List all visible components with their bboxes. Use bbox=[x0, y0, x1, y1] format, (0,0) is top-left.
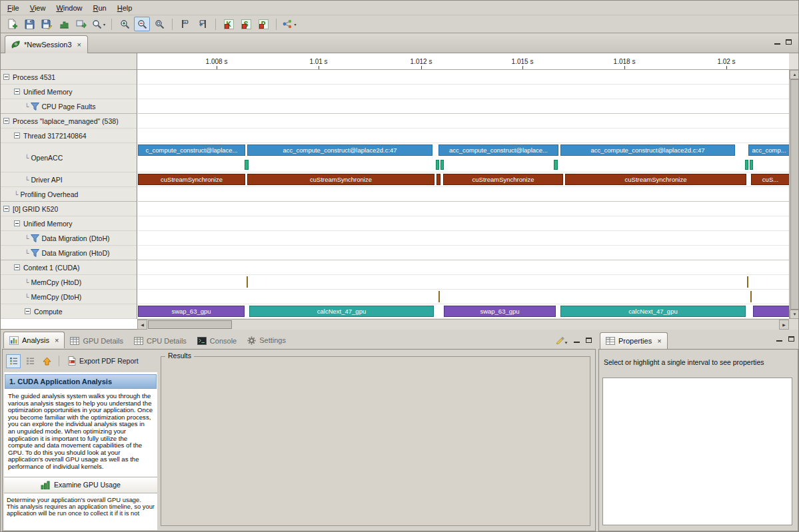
openacc-wait-marker[interactable] bbox=[440, 160, 444, 170]
navigate-up-button[interactable] bbox=[39, 354, 54, 368]
kernel-timeline-mode-button[interactable]: K bbox=[221, 17, 237, 31]
interval-unlabeled[interactable] bbox=[753, 306, 789, 317]
tree-row-context-1-cuda[interactable]: Context 1 (CUDA) bbox=[1, 260, 137, 275]
minimize-button[interactable] bbox=[776, 336, 782, 342]
menu-item-view[interactable]: View bbox=[25, 2, 51, 14]
maximize-button[interactable] bbox=[788, 336, 794, 342]
interval-swap-63-gpu[interactable]: swap_63_gpu bbox=[138, 306, 245, 317]
view-menu-icon[interactable] bbox=[556, 336, 568, 344]
memcpy-interval-tick[interactable] bbox=[747, 276, 748, 288]
tree-row-openacc[interactable]: OpenACC bbox=[1, 143, 137, 172]
vertical-scrollbar[interactable]: ▲ ▼ bbox=[789, 70, 799, 319]
examine-gpu-usage-button[interactable]: Examine GPU Usage bbox=[4, 477, 157, 493]
tree-row-process-4531[interactable]: Process 4531 bbox=[1, 70, 137, 85]
show-summary-chart-button[interactable] bbox=[56, 17, 72, 31]
interval-custreamsynchronize[interactable]: cuStreamSynchronize bbox=[565, 174, 746, 185]
openacc-wait-marker[interactable] bbox=[745, 160, 748, 170]
tree-row-memcpy-dtoh[interactable]: MemCpy (DtoH) bbox=[1, 290, 137, 304]
timeline-ruler[interactable]: 1.008 s1.01 s1.012 s1.015 s1.018 s1.02 s bbox=[137, 53, 789, 70]
horizontal-scroll-thumb[interactable] bbox=[148, 320, 232, 329]
save-session-as-button[interactable] bbox=[39, 17, 55, 31]
openacc-wait-marker[interactable] bbox=[554, 160, 558, 170]
memcpy-interval-tick[interactable] bbox=[750, 291, 752, 302]
save-session-button[interactable] bbox=[21, 17, 37, 31]
tree-row-thread-3172140864[interactable]: Thread 3172140864 bbox=[1, 129, 137, 143]
tree-row-data-migration-htod[interactable]: Data Migration (HtoD) bbox=[1, 246, 137, 260]
new-session-button[interactable] bbox=[4, 17, 20, 31]
openacc-wait-marker[interactable] bbox=[750, 160, 753, 170]
tab-analysis[interactable]: Analysis× bbox=[3, 332, 65, 348]
interval-acc-compute-construct-laplace[interactable]: acc_compute_construct@laplace... bbox=[438, 144, 558, 156]
interval-calcnext-47-gpu[interactable]: calcNext_47_gpu bbox=[249, 306, 434, 317]
export-data-button[interactable] bbox=[73, 17, 89, 31]
unguided-view-button[interactable] bbox=[23, 354, 37, 368]
search-button[interactable]: ▾ bbox=[91, 17, 107, 31]
interval-acc-compute-construct-laplace2d-c-47[interactable]: acc_compute_construct@laplace2d.c:47 bbox=[560, 144, 735, 156]
tree-row-compute[interactable]: Compute bbox=[1, 304, 137, 319]
vertical-scroll-thumb[interactable] bbox=[790, 79, 799, 310]
session-tab[interactable]: *NewSession3 × bbox=[5, 35, 88, 53]
scroll-right-button[interactable]: ▶ bbox=[779, 320, 789, 330]
tree-row-process-laplace-managed-538[interactable]: Process "laplace_managed" (538) bbox=[1, 114, 137, 129]
collapse-toggle-icon[interactable] bbox=[3, 206, 9, 212]
zoom-out-button[interactable] bbox=[134, 17, 150, 31]
collapse-toggle-icon[interactable] bbox=[14, 133, 20, 138]
interval-calcnext-47-gpu[interactable]: calcNext_47_gpu bbox=[560, 306, 746, 317]
process-timeline-mode-button[interactable]: P bbox=[255, 17, 271, 31]
menu-item-window[interactable]: Window bbox=[51, 2, 87, 14]
interval-acc-comp[interactable]: acc_comp... bbox=[748, 144, 789, 156]
menu-item-file[interactable]: File bbox=[2, 2, 25, 14]
tab-gpu-details[interactable]: GPU Details bbox=[65, 332, 129, 349]
interval-custreamsynchronize[interactable]: cuStreamSynchronize bbox=[247, 174, 434, 185]
interval-c-compute-construct-laplace[interactable]: c_compute_construct@laplace... bbox=[138, 144, 245, 156]
minimize-button[interactable] bbox=[574, 338, 580, 343]
maximize-button[interactable] bbox=[786, 39, 792, 45]
scroll-left-button[interactable]: ◀ bbox=[137, 320, 147, 330]
menu-item-run[interactable]: Run bbox=[88, 2, 112, 14]
collapse-toggle-icon[interactable] bbox=[14, 220, 20, 226]
tab-close-icon[interactable]: × bbox=[55, 337, 59, 344]
collapse-toggle-icon[interactable] bbox=[3, 74, 9, 80]
stream-timeline-mode-button[interactable]: S bbox=[238, 17, 254, 31]
next-marker-button[interactable] bbox=[195, 17, 211, 31]
tab-close-icon[interactable]: × bbox=[77, 41, 81, 49]
filter-icon[interactable] bbox=[31, 103, 39, 111]
zoom-in-button[interactable] bbox=[117, 17, 133, 31]
interval-acc-compute-construct-laplace2d-c-47[interactable]: acc_compute_construct@laplace2d.c:47 bbox=[247, 144, 432, 156]
tab-settings[interactable]: Settings bbox=[242, 332, 291, 349]
tab-console[interactable]: Console bbox=[192, 332, 242, 349]
previous-marker-button[interactable] bbox=[177, 17, 193, 31]
tab-cpu-details[interactable]: CPU Details bbox=[129, 332, 192, 349]
zoom-fit-button[interactable] bbox=[151, 17, 167, 31]
interval-swap-63-gpu[interactable]: swap_63_gpu bbox=[444, 306, 556, 317]
interval-cus[interactable]: cuS... bbox=[751, 174, 789, 185]
maximize-button[interactable] bbox=[586, 338, 592, 343]
collapse-toggle-icon[interactable] bbox=[25, 308, 31, 314]
menu-item-help[interactable]: Help bbox=[112, 2, 138, 14]
tree-row-cpu-page-faults[interactable]: CPU Page Faults bbox=[1, 99, 137, 114]
tree-row-0-grid-k520[interactable]: [0] GRID K520 bbox=[1, 202, 137, 216]
tab-close-icon[interactable]: × bbox=[657, 338, 661, 345]
scroll-up-button[interactable]: ▲ bbox=[790, 70, 799, 79]
scroll-down-button[interactable]: ▼ bbox=[790, 310, 799, 319]
openacc-wait-marker[interactable] bbox=[436, 160, 439, 170]
export-pdf-button[interactable]: Export PDF Report bbox=[64, 355, 143, 367]
collapse-toggle-icon[interactable] bbox=[14, 264, 20, 270]
interval-custreamsynchronize[interactable]: cuStreamSynchronize bbox=[443, 174, 563, 185]
memcpy-interval-tick[interactable] bbox=[247, 276, 248, 288]
guided-view-button[interactable] bbox=[6, 354, 21, 368]
horizontal-scrollbar[interactable]: ◀ ▶ bbox=[137, 319, 789, 330]
tree-row-memcpy-htod[interactable]: MemCpy (HtoD) bbox=[1, 275, 137, 290]
memcpy-interval-tick[interactable] bbox=[438, 291, 440, 302]
tree-row-data-migration-dtoh[interactable]: Data Migration (DtoH) bbox=[1, 231, 137, 246]
run-guided-analysis-button[interactable]: ▾ bbox=[281, 17, 297, 31]
interval-custreamsynchronize[interactable]: cuStreamSynchronize bbox=[138, 174, 245, 185]
tree-row-unified-memory[interactable]: Unified Memory bbox=[1, 85, 137, 99]
filter-icon[interactable] bbox=[31, 234, 39, 242]
collapse-toggle-icon[interactable] bbox=[14, 89, 20, 95]
tree-row-profiling-overhead[interactable]: Profiling Overhead bbox=[1, 187, 137, 202]
tree-row-unified-memory[interactable]: Unified Memory bbox=[1, 216, 137, 231]
minimize-button[interactable] bbox=[774, 39, 780, 45]
collapse-toggle-icon[interactable] bbox=[3, 118, 9, 124]
interval-unlabeled[interactable] bbox=[436, 174, 440, 185]
